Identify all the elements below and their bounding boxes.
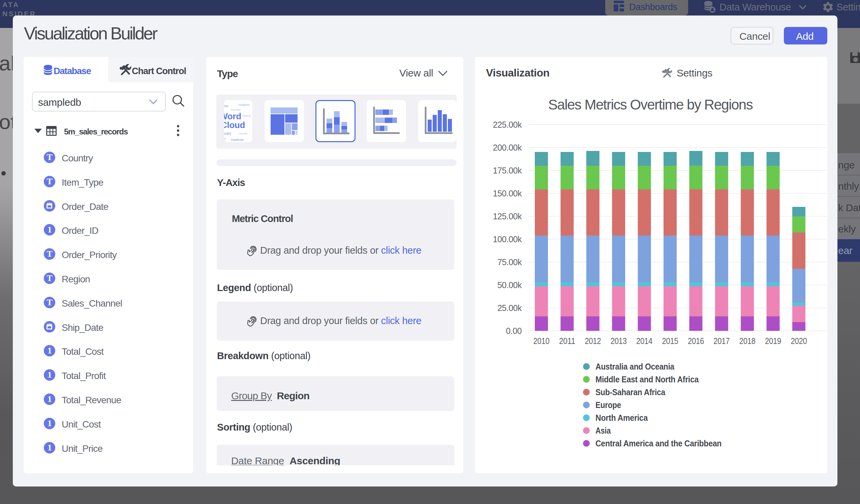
svg-text:175.00k: 175.00k xyxy=(493,166,522,175)
svg-text:2019: 2019 xyxy=(765,336,781,346)
svg-text:Central America and the Caribb: Central America and the Caribbean xyxy=(596,438,721,448)
svg-text:2014: 2014 xyxy=(636,336,653,346)
svg-text:Middle East and North Africa: Middle East and North Africa xyxy=(596,374,699,385)
svg-text:225.00k: 225.00k xyxy=(493,120,522,129)
svg-text:2020: 2020 xyxy=(791,336,807,346)
svg-text:2011: 2011 xyxy=(559,336,575,346)
svg-text:North America: North America xyxy=(596,413,648,423)
svg-text:Europe: Europe xyxy=(596,400,621,410)
svg-text:50.00k: 50.00k xyxy=(497,280,522,290)
svg-text:2017: 2017 xyxy=(713,336,730,346)
svg-text:75.00k: 75.00k xyxy=(497,257,522,267)
svg-text:100.00k: 100.00k xyxy=(493,234,522,244)
svg-text:Asia: Asia xyxy=(596,426,611,436)
svg-text:200.00k: 200.00k xyxy=(493,143,522,152)
svg-text:2012: 2012 xyxy=(585,336,601,346)
svg-text:2015: 2015 xyxy=(662,336,678,346)
svg-text:25.00k: 25.00k xyxy=(497,303,522,313)
svg-text:Australia and Oceania: Australia and Oceania xyxy=(596,361,675,372)
svg-text:Sub-Saharan Africa: Sub-Saharan Africa xyxy=(596,387,665,397)
svg-text:2010: 2010 xyxy=(533,336,550,346)
svg-text:150.00k: 150.00k xyxy=(493,189,522,198)
svg-text:0.00: 0.00 xyxy=(506,326,522,335)
svg-text:2013: 2013 xyxy=(611,336,627,346)
svg-text:2018: 2018 xyxy=(739,336,756,346)
svg-text:125.00k: 125.00k xyxy=(493,212,522,221)
svg-text:2016: 2016 xyxy=(688,336,704,346)
